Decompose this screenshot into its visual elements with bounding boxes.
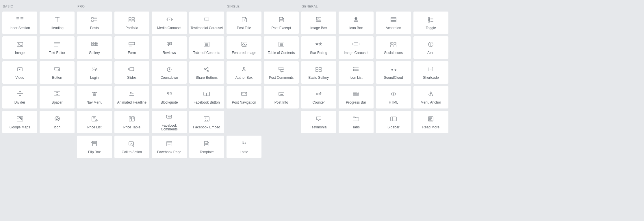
section-title: GENERAL [301,3,448,12]
widget-inner-section[interactable]: Inner Section [2,12,37,34]
widget-template[interactable]: Template [189,136,224,158]
widget-fb-comments[interactable]: Facebook Comments [152,111,187,133]
widget-tabs[interactable]: Tabs [339,111,374,133]
widget-blockquote[interactable]: Blockquote [152,86,187,108]
alert-icon [425,40,437,49]
widget-image[interactable]: Image [2,36,37,59]
widget-label: Post Excerpt [271,26,291,30]
nav-menu-icon [89,90,100,98]
widget-progress-bar[interactable]: Progress Bar [339,86,374,108]
widget-label: Facebook Embed [193,126,220,129]
widget-read-more[interactable]: Read More [413,111,449,133]
widget-star-rating[interactable]: Star Rating [301,36,336,59]
widget-testimonial[interactable]: Testimonial [301,111,336,133]
toggle-icon [425,15,437,24]
widget-label: Button [52,76,62,80]
widget-google-maps[interactable]: Google Maps [2,111,37,133]
heading-icon [51,15,63,24]
read-more-icon [425,115,437,123]
widget-post-info[interactable]: Post Info [264,86,299,108]
widget-label: Testimonial [310,126,327,129]
widget-sidebar[interactable]: Sidebar [376,111,411,133]
widget-image-carousel[interactable]: Image Carousel [339,36,374,59]
widget-flip-box[interactable]: Flip Box [77,136,112,158]
general-grid: Image BoxIcon BoxAccordionToggleStar Rat… [301,12,448,133]
widget-media-carousel[interactable]: Media Carousel [152,12,187,34]
widget-share[interactable]: Share Buttons [189,61,224,84]
toc-icon [201,40,212,49]
widget-lottie[interactable]: Lottie [227,136,261,158]
widget-icon-list[interactable]: Icon List [339,61,374,84]
widget-label: Portfolio [125,26,138,30]
widget-text-editor[interactable]: Text Editor [40,36,75,59]
price-list-icon [89,115,100,123]
price-table-icon [126,115,138,123]
widget-label: Image Box [310,26,327,30]
fb-embed-icon [201,115,212,123]
widget-login[interactable]: Login [77,61,112,84]
widget-slides[interactable]: Slides [114,61,150,84]
widget-fb-page[interactable]: Facebook Page [152,136,187,158]
widget-spacer[interactable]: Spacer [40,86,75,108]
basic-gallery-icon [313,65,324,74]
widget-toggle[interactable]: Toggle [413,12,449,34]
widget-reviews[interactable]: Reviews [152,36,187,59]
widget-label: Accordion [386,26,401,30]
widget-featured-image[interactable]: Featured Image [227,36,261,59]
widget-html[interactable]: HTML [376,86,411,108]
widget-posts[interactable]: Posts [77,12,112,34]
widget-price-list[interactable]: Price List [77,111,112,133]
widget-heading[interactable]: Heading [40,12,75,34]
widget-toc[interactable]: Table of Contents [264,36,299,59]
widget-label: Heading [51,26,64,30]
section-title: SINGLE [227,3,299,12]
html-icon [388,90,399,98]
widget-icon[interactable]: Icon [40,111,75,133]
widget-author-box[interactable]: Author Box [227,61,261,84]
widget-testimonial-carousel[interactable]: Testimonial Carousel [189,12,224,34]
widget-accordion[interactable]: Accordion [376,12,411,34]
slides-icon [126,65,138,74]
divider-icon [14,90,26,98]
widget-fb-button[interactable]: Facebook Button [189,86,224,108]
widget-portfolio[interactable]: Portfolio [114,12,150,34]
widget-price-table[interactable]: Price Table [114,111,150,133]
widget-basic-gallery[interactable]: Basic Gallery [301,61,336,84]
widget-post-nav[interactable]: Post Navigation [227,86,261,108]
widget-label: Call to Action [122,150,142,154]
widget-label: Toggle [426,26,436,30]
widget-countdown[interactable]: Countdown [152,61,187,84]
widget-video[interactable]: Video [2,61,37,84]
widget-toc[interactable]: Table of Contents [189,36,224,59]
widget-shortcode[interactable]: Shortcode [413,61,449,84]
widget-label: Facebook Comments [153,124,186,131]
video-icon [14,65,26,74]
widget-counter[interactable]: Counter [301,86,336,108]
widget-post-comments[interactable]: Post Comments [264,61,299,84]
widget-gallery[interactable]: Gallery [77,36,112,59]
widget-nav-menu[interactable]: Nav Menu [77,86,112,108]
widget-form[interactable]: Form [114,36,150,59]
widget-alert[interactable]: Alert [413,36,449,59]
widget-label: Facebook Button [194,101,220,104]
widget-divider[interactable]: Divider [2,86,37,108]
accordion-icon [388,15,399,24]
widget-post-title[interactable]: Post Title [227,12,261,34]
post-comments-icon [276,65,287,74]
widget-cta[interactable]: Call to Action [114,136,150,158]
widget-animated-headline[interactable]: Animated Headline [114,86,150,108]
widget-social-icons[interactable]: Social Icons [376,36,411,59]
widget-label: Image Carousel [344,51,368,55]
section-title: BASIC [2,3,75,12]
widget-soundcloud[interactable]: SoundCloud [376,61,411,84]
widget-image-box[interactable]: Image Box [301,12,336,34]
widget-icon-box[interactable]: Icon Box [339,12,374,34]
widget-menu-anchor[interactable]: Menu Anchor [413,86,449,108]
widget-post-excerpt[interactable]: Post Excerpt [264,12,299,34]
tabs-icon [350,115,362,123]
shortcode-icon [425,65,437,74]
icon-icon [51,115,63,123]
widget-button[interactable]: Button [40,61,75,84]
widget-fb-embed[interactable]: Facebook Embed [189,111,224,133]
reviews-icon [164,40,175,49]
